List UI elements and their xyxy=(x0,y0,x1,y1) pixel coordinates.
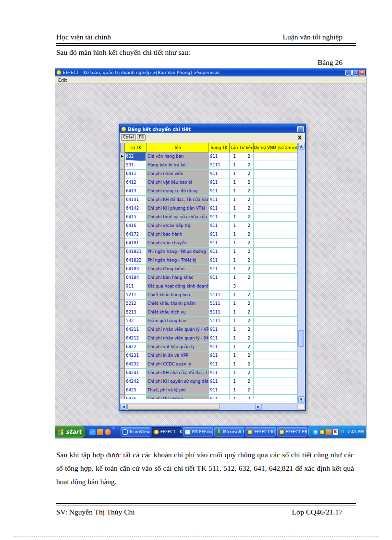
row-indicator[interactable] xyxy=(120,343,125,352)
row-indicator[interactable] xyxy=(120,282,125,291)
grid-cell[interactable]: 531 xyxy=(125,161,147,170)
grid-cell[interactable]: Chi phí Dự phòng xyxy=(147,395,209,399)
grid-cell[interactable]: Hàng bán bị trả lại xyxy=(147,161,209,170)
grid-cell[interactable]: 2 xyxy=(239,178,254,187)
grid-cell[interactable]: Phí ngân hàng - Thiết bị xyxy=(147,256,209,265)
grid-cell[interactable]: 2 xyxy=(239,326,254,334)
grid-cell[interactable]: 2 xyxy=(239,274,254,282)
quick-launch-overflow-icon[interactable]: » xyxy=(112,426,115,430)
grid-cell[interactable]: Chi phí dụng cụ đồ dùng xyxy=(147,187,209,196)
grid-cell[interactable]: 5111 xyxy=(209,308,230,317)
grid-cell[interactable]: 1 xyxy=(230,170,239,178)
row-indicator[interactable] xyxy=(120,204,125,213)
grid-cell[interactable]: 1 xyxy=(230,230,239,239)
grid-cell[interactable]: 911 xyxy=(209,239,230,248)
grid-cell[interactable] xyxy=(239,282,254,291)
grid-cell[interactable]: 1 xyxy=(230,178,239,187)
grid-cell[interactable]: 1 xyxy=(230,213,239,222)
grid-cell[interactable]: 64142 xyxy=(125,204,147,213)
grid-cell[interactable]: 64181 xyxy=(125,239,147,248)
grid-cell[interactable] xyxy=(254,377,297,386)
grid-cell[interactable]: 1 xyxy=(230,317,239,326)
grid-cell[interactable]: 2 xyxy=(239,377,254,386)
messenger-icon[interactable] xyxy=(97,429,103,435)
grid-cell[interactable]: 5111 xyxy=(209,300,230,308)
grid-cell[interactable]: 2 xyxy=(239,196,254,204)
dialog-titlebar-button[interactable] xyxy=(297,126,304,132)
taskbar-task-button[interactable]: PM EFF.do... xyxy=(183,427,213,437)
grid-cell[interactable]: 911 xyxy=(209,360,230,369)
grid-cell[interactable]: Chi phí đăng kiểm xyxy=(147,265,209,274)
row-indicator[interactable] xyxy=(120,395,125,399)
grid-cell[interactable]: 911 xyxy=(209,152,230,161)
row-indicator[interactable] xyxy=(120,222,125,230)
grid-cell[interactable]: 2 xyxy=(239,222,254,230)
grid-cell[interactable]: 6415 xyxy=(125,213,147,222)
taskbar-task-button[interactable]: EFFECT - K... xyxy=(152,427,182,437)
grid-column-header[interactable]: Lần xyxy=(230,143,239,152)
grid-cell[interactable]: 1 xyxy=(230,369,239,377)
grid-cell[interactable]: 1 xyxy=(230,352,239,360)
grid-cell[interactable]: 2 xyxy=(239,187,254,196)
grid-cell[interactable]: 64183 xyxy=(125,265,147,274)
horizontal-scroll-thumb[interactable] xyxy=(127,404,220,410)
grid-cell[interactable] xyxy=(254,274,297,282)
grid-cell[interactable]: 2 xyxy=(239,395,254,399)
row-indicator[interactable] xyxy=(120,265,125,274)
grid-cell[interactable] xyxy=(254,161,297,170)
row-indicator[interactable]: ▶ xyxy=(120,152,125,161)
grid-cell[interactable] xyxy=(254,326,297,334)
grid-cell[interactable]: 6412 xyxy=(125,178,147,187)
grid-cell[interactable]: 64231 xyxy=(125,352,147,360)
grid-cell[interactable]: 632 xyxy=(125,152,147,161)
grid-cell[interactable]: 2 xyxy=(239,334,254,343)
row-indicator[interactable] xyxy=(120,178,125,187)
table-row[interactable]: 64181Chi phí vận chuyển91112 xyxy=(120,239,297,248)
grid-cell[interactable] xyxy=(254,256,297,265)
scroll-down-icon[interactable]: ▼ xyxy=(298,396,305,403)
grid-cell[interactable]: 1 xyxy=(230,265,239,274)
grid-cell[interactable]: 911 xyxy=(209,196,230,204)
grid-cell[interactable]: 911 xyxy=(209,248,230,256)
grid-cell[interactable] xyxy=(254,369,297,377)
grid-cell[interactable]: 2 xyxy=(239,239,254,248)
row-indicator[interactable] xyxy=(120,248,125,256)
grid-column-header[interactable]: Tên xyxy=(147,143,209,152)
grid-cell[interactable]: 2 xyxy=(239,248,254,256)
vertical-scrollbar[interactable]: ▲ ▼ xyxy=(297,143,305,403)
grid-cell[interactable]: Chi phí q/cáo tiếp thị xyxy=(147,222,209,230)
row-indicator[interactable] xyxy=(120,317,125,326)
grid-cell[interactable] xyxy=(254,178,297,187)
grid-cell[interactable]: 2 xyxy=(239,170,254,178)
grid-cell[interactable]: 3 xyxy=(230,282,239,291)
grid-cell[interactable]: 911 xyxy=(209,352,230,360)
grid-cell[interactable]: 2 xyxy=(239,343,254,352)
grid-cell[interactable]: 2 xyxy=(239,265,254,274)
grid-cell[interactable] xyxy=(254,352,297,360)
grid-cell[interactable]: 2 xyxy=(239,386,254,395)
grid-cell[interactable]: 5212 xyxy=(125,300,147,308)
scroll-up-icon[interactable]: ▲ xyxy=(298,143,305,150)
grid-cell[interactable]: 1 xyxy=(230,161,239,170)
table-row[interactable]: 531Hàng bán bị trả lại511112 xyxy=(120,161,297,170)
row-indicator[interactable] xyxy=(120,196,125,204)
table-row[interactable]: 5211Chiết khấu hàng hoá511112 xyxy=(120,291,297,300)
grid-cell[interactable]: 1 xyxy=(230,256,239,265)
grid-cell[interactable]: Chi phí KH phương tiện VTải xyxy=(147,204,209,213)
table-row[interactable]: 64231Chi phí in ấn và VPP91112 xyxy=(120,352,297,360)
messenger-orange-icon[interactable] xyxy=(326,429,331,435)
table-row[interactable]: 64184Chi phí bán hàng khác91112 xyxy=(120,274,297,282)
grid-cell[interactable] xyxy=(254,291,297,300)
grid-column-header[interactable] xyxy=(120,143,125,152)
grid-cell[interactable]: Phí ngân hàng - Nhựa đường xyxy=(147,248,209,256)
grid-cell[interactable] xyxy=(254,386,297,395)
grid-cell[interactable]: 911 xyxy=(209,213,230,222)
grid-cell[interactable] xyxy=(254,196,297,204)
grid-cell[interactable]: Chiết khấu hàng hoá xyxy=(147,291,209,300)
grid-cell[interactable]: 1 xyxy=(230,291,239,300)
grid-cell[interactable]: 911 xyxy=(209,178,230,187)
app-titlebar[interactable]: EFFECT - Kế toán, quản trị doanh nghiệp-… xyxy=(55,68,366,76)
grid-cell[interactable]: 911 xyxy=(209,369,230,377)
grid-cell[interactable]: 2 xyxy=(239,256,254,265)
yahoo-smiley-icon[interactable] xyxy=(319,429,325,435)
